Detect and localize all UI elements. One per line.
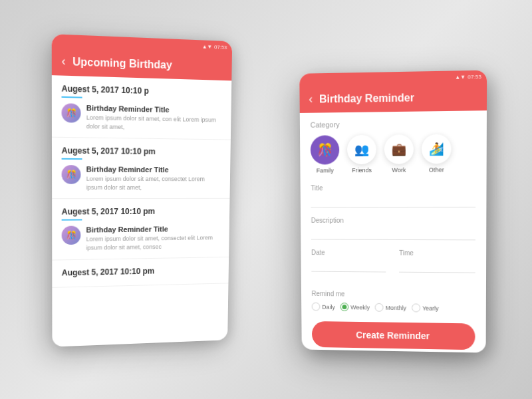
date-time-row: Date Time <box>311 249 475 282</box>
create-reminder-button[interactable]: Create Reminder <box>312 321 475 350</box>
time-input-line[interactable] <box>399 259 475 273</box>
front-signal-icon: ▲▼ <box>455 74 466 80</box>
reminder-date: Augest 5, 2017 10:10 pm <box>62 207 221 217</box>
description-label: Description <box>311 217 475 224</box>
phone-back: ▲▼ 07:53 ‹ Upcoming Birthday Augest 5, 2… <box>52 34 232 347</box>
reminder-body: 🎊 Birthday Reminder Title Lorem ipsum do… <box>62 225 221 253</box>
title-label: Title <box>311 184 475 192</box>
category-other[interactable]: 🏄 Other <box>422 134 452 174</box>
category-family[interactable]: 🎊 Family <box>311 135 340 174</box>
back-arrow-icon[interactable]: ‹ <box>61 54 65 68</box>
friends-label: Friends <box>352 167 372 174</box>
front-time-display: 07:53 <box>467 73 481 80</box>
reminder-icon: 🎊 <box>62 226 81 245</box>
reminder-text: Birthday Reminder Title Lorem ipsum dolo… <box>86 166 221 192</box>
description-field: Description <box>311 217 475 240</box>
front-header-title: Birthday Reminder <box>319 92 414 105</box>
family-icon-circle: 🎊 <box>311 135 340 164</box>
divider <box>62 158 82 160</box>
reminder-text: Birthday Reminder Title Lorem ipsum dolo… <box>86 225 220 252</box>
weekly-radio-label: Weekly <box>350 304 370 311</box>
front-header: ‹ Birthday Reminder <box>299 82 487 113</box>
time-display: 07:53 <box>214 44 227 51</box>
list-item[interactable]: Augest 5, 2017 10:10 p 🎊 Birthday Remind… <box>52 75 231 140</box>
divider <box>62 96 82 98</box>
title-input-line[interactable] <box>311 194 475 207</box>
category-work[interactable]: 💼 Work <box>384 134 414 174</box>
reminder-body: 🎊 Birthday Reminder Title Lorem ipsum do… <box>62 165 221 192</box>
category-friends[interactable]: 👥 Friends <box>347 135 376 174</box>
date-label: Date <box>311 249 386 256</box>
front-back-arrow-icon[interactable]: ‹ <box>309 92 313 106</box>
reminder-text: Birthday Reminder Title Lorem ipsum dolo… <box>86 104 223 133</box>
reminder-date: Augest 5, 2017 10:10 pm <box>62 146 222 157</box>
daily-radio-label: Daily <box>322 303 335 310</box>
phone-front: ▲▼ 07:53 ‹ Birthday Reminder Category 🎊 … <box>299 70 487 353</box>
time-field: Time <box>399 249 475 273</box>
reminder-list: Augest 5, 2017 10:10 p 🎊 Birthday Remind… <box>52 75 231 287</box>
date-field: Date <box>311 249 386 272</box>
time-label: Time <box>399 249 475 257</box>
list-item[interactable]: Augest 5, 2017 10:10 pm <box>52 257 229 288</box>
other-icon-circle: 🏄 <box>422 134 452 164</box>
work-icon-circle: 💼 <box>384 134 414 164</box>
category-icons: 🎊 Family 👥 Friends 💼 Work 🏄 Other <box>311 134 476 174</box>
form-content: Category 🎊 Family 👥 Friends 💼 Work 🏄 Oth… <box>300 110 487 352</box>
friends-icon-circle: 👥 <box>347 135 376 165</box>
radio-weekly[interactable]: Weekly <box>340 303 370 311</box>
reminder-desc: Lorem ipsum dolor sit amet, consectet el… <box>86 234 220 253</box>
remind-options: Daily Weekly Monthly Yearly <box>312 303 475 313</box>
date-input-line[interactable] <box>311 259 386 273</box>
reminder-date: Augest 5, 2017 10:10 p <box>61 84 222 98</box>
radio-daily[interactable]: Daily <box>312 303 335 311</box>
remind-section: Remind me Daily Weekly Monthly <box>312 290 475 313</box>
scene: ▲▼ 07:53 ‹ Upcoming Birthday Augest 5, 2… <box>33 20 499 379</box>
divider <box>62 219 82 221</box>
reminder-title: Birthday Reminder Title <box>86 225 220 234</box>
reminder-desc: Lorem ipsum dolor sit amet, consectet Lo… <box>86 175 221 192</box>
work-label: Work <box>392 167 406 174</box>
category-label: Category <box>311 119 476 129</box>
description-input-line[interactable] <box>311 227 475 241</box>
reminder-icon: 🎊 <box>62 103 81 123</box>
daily-radio-circle[interactable] <box>312 303 321 311</box>
back-header-title: Upcoming Birthday <box>72 55 172 71</box>
weekly-radio-circle[interactable] <box>340 303 349 311</box>
list-item[interactable]: Augest 5, 2017 10:10 pm 🎊 Birthday Remin… <box>52 199 229 260</box>
family-label: Family <box>317 167 334 174</box>
reminder-desc: Lorem ipsum dolor sit amet, con elit Lor… <box>86 113 222 132</box>
reminder-date: Augest 5, 2017 10:10 pm <box>62 265 220 277</box>
reminder-title: Birthday Reminder Title <box>86 166 221 174</box>
other-label: Other <box>429 166 444 173</box>
reminder-icon: 🎊 <box>62 165 81 184</box>
radio-yearly[interactable]: Yearly <box>412 303 439 312</box>
remind-label: Remind me <box>312 290 475 299</box>
monthly-radio-label: Monthly <box>386 304 406 311</box>
signal-icon: ▲▼ <box>202 43 213 50</box>
reminder-body: 🎊 Birthday Reminder Title Lorem ipsum do… <box>62 103 223 132</box>
yearly-radio-label: Yearly <box>422 305 439 311</box>
monthly-radio-circle[interactable] <box>375 303 384 312</box>
yearly-radio-circle[interactable] <box>412 303 420 312</box>
list-item[interactable]: Augest 5, 2017 10:10 pm 🎊 Birthday Remin… <box>52 138 231 200</box>
radio-monthly[interactable]: Monthly <box>375 303 406 312</box>
title-field: Title <box>311 184 475 207</box>
